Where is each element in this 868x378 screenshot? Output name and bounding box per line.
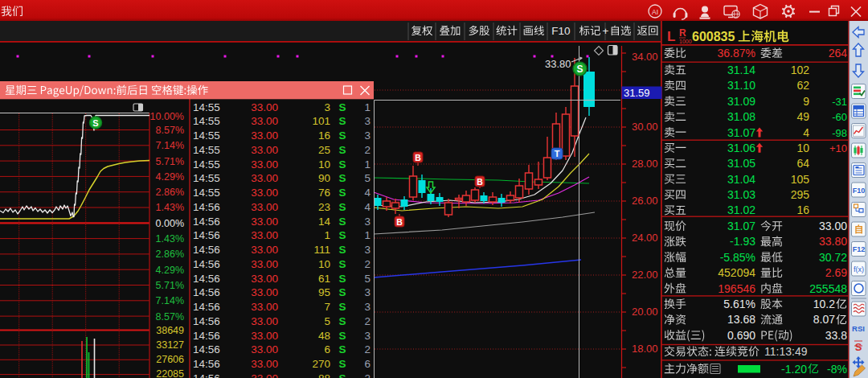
svg-text:33.00: 33.00 [251,273,278,285]
svg-text:48: 48 [318,330,330,342]
svg-text:14:56: 14:56 [193,372,220,378]
svg-text:3: 3 [364,244,371,256]
svg-text:33.00: 33.00 [251,358,278,370]
svg-text:102: 102 [791,64,810,76]
svg-text:16: 16 [318,129,330,142]
svg-text:14:56: 14:56 [193,301,220,313]
svg-text:0.690: 0.690 [727,329,755,342]
svg-text:33.00: 33.00 [819,220,847,232]
svg-text:4: 4 [364,201,371,213]
svg-text:S: S [338,187,346,199]
svg-text:R: R [679,27,686,39]
svg-text:10.2: 10.2 [813,298,835,310]
svg-text:14:55: 14:55 [193,144,220,156]
svg-text:33.00: 33.00 [251,372,278,378]
svg-text:S: S [338,115,346,127]
svg-text:31.59: 31.59 [624,87,650,99]
svg-text:24.00: 24.00 [632,232,658,244]
svg-text:38649: 38649 [156,325,184,336]
svg-text:14:56: 14:56 [193,201,220,213]
svg-text:33.00: 33.00 [251,101,278,113]
svg-text:S: S [338,144,346,156]
svg-text:27606: 27606 [156,354,184,365]
svg-text:S: S [338,301,346,313]
svg-text:4.29%: 4.29% [156,265,184,276]
svg-text:33.00: 33.00 [251,286,278,298]
svg-text:196546: 196546 [718,282,755,295]
svg-text:33.80: 33.80 [819,235,847,248]
svg-text:4.29%: 4.29% [156,171,184,183]
svg-text:33.00: 33.00 [251,201,278,213]
svg-text:14:56: 14:56 [193,216,220,228]
svg-text:L: L [667,29,675,44]
svg-text:14:55: 14:55 [193,115,220,127]
svg-text:14:56: 14:56 [193,229,220,241]
svg-text:14:55: 14:55 [193,101,220,113]
svg-text:31.14: 31.14 [727,64,755,76]
svg-text:-31: -31 [832,96,847,108]
svg-text:10: 10 [318,158,330,171]
svg-text:1000: 1000 [679,39,692,44]
svg-text:31.05: 31.05 [727,157,755,170]
svg-text:31.08: 31.08 [727,110,755,123]
svg-text:S: S [338,158,346,171]
svg-text:36.87%: 36.87% [718,47,755,60]
svg-text:2: 2 [364,258,371,270]
svg-text:S: S [338,244,346,256]
svg-text:-5.85%: -5.85% [720,251,755,264]
svg-text:90: 90 [318,172,330,184]
svg-text:8.57%: 8.57% [156,125,184,136]
svg-text:S: S [338,229,346,241]
svg-text:31.02: 31.02 [727,203,755,216]
svg-text:31.07: 31.07 [727,126,755,139]
svg-text:2.86%: 2.86% [156,187,184,198]
svg-text:1.43%: 1.43% [156,202,184,213]
svg-text:4: 4 [364,187,371,199]
svg-text:49: 49 [796,110,809,123]
svg-text:31.06: 31.06 [727,142,755,154]
svg-text:14:55: 14:55 [193,172,220,184]
svg-text:AI: AI [652,8,658,16]
svg-text:-60: -60 [832,111,847,123]
svg-text:S: S [338,129,346,142]
svg-text:RSI: RSI [852,324,865,333]
svg-text:-1.20: -1.20 [781,363,807,376]
svg-text:33.00: 33.00 [251,301,278,313]
svg-text:28.00: 28.00 [632,158,658,170]
svg-text:33.00: 33.00 [251,343,278,355]
svg-text:5: 5 [364,273,371,285]
svg-text:5.61%: 5.61% [723,298,755,310]
svg-text:B: B [396,217,403,227]
svg-text:B: B [477,177,483,187]
svg-text:3: 3 [324,101,330,113]
svg-text:14:56: 14:56 [193,286,220,298]
svg-text:5.71%: 5.71% [156,280,184,291]
svg-text:7.14%: 7.14% [156,140,184,151]
svg-text:101: 101 [312,115,330,127]
svg-text:+: + [603,25,609,37]
svg-text:295: 295 [791,188,810,201]
svg-text:16: 16 [796,203,809,216]
svg-text:61: 61 [318,273,330,285]
svg-text:S: S [338,372,346,378]
svg-text:-98: -98 [832,127,847,139]
svg-text:-8%: -8% [827,363,847,376]
svg-text:31.09: 31.09 [727,95,755,108]
svg-text:0.00%: 0.00% [156,218,184,229]
svg-text:8.57%: 8.57% [156,311,184,323]
svg-text:31.10: 31.10 [727,79,755,92]
svg-text:1: 1 [324,229,330,241]
svg-text:8.07: 8.07 [813,313,835,326]
svg-text:F10: F10 [853,187,866,195]
svg-text:2.86%: 2.86% [156,249,184,260]
svg-text:95: 95 [318,286,330,298]
svg-text:1: 1 [364,101,371,113]
svg-text:33.00: 33.00 [251,144,278,156]
svg-text:64: 64 [796,157,809,170]
svg-text:3: 3 [364,286,371,298]
svg-text:2: 2 [364,315,371,327]
svg-text:5: 5 [364,172,371,184]
svg-text:33.00: 33.00 [251,258,278,270]
svg-text:255548: 255548 [809,282,847,295]
svg-text:105: 105 [791,173,810,186]
